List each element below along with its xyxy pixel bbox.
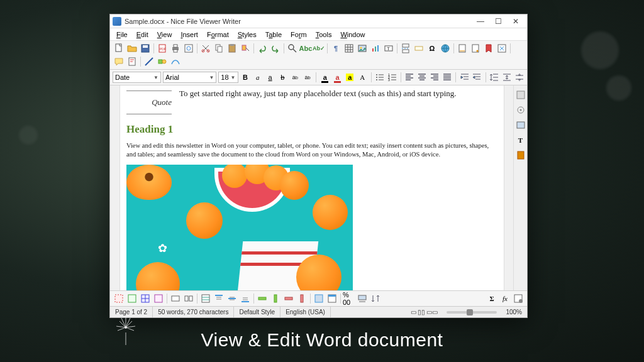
select-table-button[interactable]	[313, 292, 325, 305]
table-properties-button[interactable]	[512, 292, 525, 305]
vertical-ruler[interactable]	[110, 85, 120, 290]
sort-button[interactable]	[369, 292, 382, 305]
status-style[interactable]: Default Style	[234, 307, 280, 317]
font-color-button[interactable]: a	[332, 71, 343, 84]
italic-button[interactable]: a	[252, 71, 263, 84]
print-button[interactable]	[169, 42, 182, 55]
navigator-panel-button[interactable]: T	[515, 134, 526, 146]
view-multi-icon[interactable]: ▯▯	[418, 309, 425, 315]
spellcheck-auto-button[interactable]: Ab✓	[313, 42, 325, 55]
delete-row-button[interactable]	[282, 292, 295, 305]
table-border-outer[interactable]	[152, 292, 165, 305]
redo-button[interactable]	[269, 42, 282, 55]
styles-panel-button[interactable]	[515, 104, 526, 116]
menu-form[interactable]: Form	[287, 30, 311, 40]
document-image[interactable]: ✿	[126, 165, 353, 290]
menu-insert[interactable]: Insert	[177, 30, 202, 40]
export-pdf-button[interactable]: PDF	[156, 42, 169, 55]
zoom-label[interactable]: 100%	[501, 307, 527, 317]
line-button[interactable]	[143, 55, 155, 68]
align-right-button[interactable]	[430, 71, 440, 84]
insert-field-button[interactable]	[413, 42, 425, 55]
split-cells-button[interactable]	[182, 292, 195, 305]
autoformat-button[interactable]	[326, 292, 338, 305]
font-name-combo[interactable]: Arial▼	[163, 72, 216, 83]
page-panel-button[interactable]	[515, 150, 526, 161]
insert-hyperlink-button[interactable]	[439, 42, 452, 55]
insert-endnote-button[interactable]	[469, 42, 482, 55]
insert-image-button[interactable]	[356, 42, 369, 55]
highlight-button[interactable]: a	[345, 71, 355, 84]
titlebar[interactable]: Sample.docx - Nice File Viewer Writer ― …	[110, 14, 527, 28]
align-justify-button[interactable]	[441, 71, 452, 84]
insert-textbox-button[interactable]: T	[382, 42, 395, 55]
insert-col-button[interactable]	[269, 292, 282, 305]
track-changes-button[interactable]	[126, 55, 138, 68]
increase-spacing-button[interactable]	[501, 71, 512, 84]
copy-button[interactable]	[213, 42, 225, 55]
increase-indent-button[interactable]	[459, 71, 470, 84]
decrease-indent-button[interactable]	[472, 71, 482, 84]
underline-button[interactable]: a	[265, 71, 275, 84]
table-border-none[interactable]	[113, 292, 125, 305]
menu-edit[interactable]: Edit	[133, 30, 152, 40]
new-doc-button[interactable]	[113, 42, 125, 55]
valign-bottom-button[interactable]	[239, 292, 252, 305]
view-single-icon[interactable]: ▭	[411, 309, 416, 315]
align-center-button[interactable]	[417, 71, 428, 84]
table-border-all[interactable]	[139, 292, 152, 305]
menu-window[interactable]: Window	[336, 30, 369, 40]
heading-1[interactable]: Heading 1	[126, 122, 497, 138]
font-size-combo[interactable]: 18▼	[218, 72, 238, 83]
body-paragraph[interactable]: View and edit this newsletter in Word on…	[126, 141, 497, 160]
status-language[interactable]: English (USA)	[280, 307, 331, 317]
menu-table[interactable]: Table	[262, 30, 286, 40]
insert-pagebreak-button[interactable]	[399, 42, 412, 55]
close-button[interactable]: ✕	[507, 15, 525, 28]
decrease-spacing-button[interactable]	[514, 71, 525, 84]
superscript-button[interactable]: ab	[290, 71, 301, 84]
merge-cells-button[interactable]	[169, 292, 182, 305]
delete-col-button[interactable]	[296, 292, 308, 305]
properties-panel-button[interactable]	[515, 89, 526, 101]
char-bg-button[interactable]: A	[357, 71, 368, 84]
insert-bookmark-button[interactable]	[482, 42, 495, 55]
spellcheck-button[interactable]: Abc	[299, 42, 312, 55]
bold-button[interactable]: B	[240, 71, 251, 84]
find-button[interactable]	[286, 42, 299, 55]
menu-format[interactable]: Format	[203, 30, 233, 40]
vertical-scrollbar[interactable]	[504, 85, 513, 290]
insert-row-button[interactable]	[256, 292, 269, 305]
number-format-button[interactable]: % 00	[343, 292, 355, 305]
paste-button[interactable]	[226, 42, 238, 55]
insert-chart-button[interactable]	[369, 42, 382, 55]
menu-view[interactable]: View	[153, 30, 176, 40]
zoom-slider[interactable]	[447, 311, 497, 314]
save-button[interactable]	[139, 42, 152, 55]
minimize-button[interactable]: ―	[472, 15, 489, 28]
menu-file[interactable]: File	[113, 30, 131, 40]
caption-button[interactable]	[356, 292, 369, 305]
paragraph-style-combo[interactable]: Date▼	[113, 72, 161, 83]
valign-center-button[interactable]	[226, 292, 238, 305]
insert-comment-button[interactable]	[113, 55, 125, 68]
gallery-panel-button[interactable]	[515, 119, 526, 131]
menu-styles[interactable]: Styles	[234, 30, 260, 40]
maximize-button[interactable]: ☐	[489, 15, 507, 28]
table-border-box[interactable]	[126, 292, 138, 305]
nonprinting-button[interactable]: ¶	[330, 42, 342, 55]
print-preview-button[interactable]	[182, 42, 195, 55]
insert-special-char-button[interactable]: Ω	[426, 42, 438, 55]
document-area[interactable]: Quote To get started right away, just ta…	[120, 85, 504, 290]
align-left-button[interactable]	[404, 71, 415, 84]
draw-functions-button[interactable]	[169, 55, 182, 68]
intro-paragraph[interactable]: To get started right away, just tap any …	[126, 88, 497, 100]
cut-button[interactable]	[199, 42, 212, 55]
subscript-button[interactable]: ab	[303, 71, 313, 84]
menu-tools[interactable]: Tools	[312, 30, 336, 40]
insert-cross-reference-button[interactable]	[496, 42, 508, 55]
sum-button[interactable]: Σ	[486, 292, 498, 305]
strikethrough-button[interactable]: b	[277, 71, 288, 84]
valign-top-button[interactable]	[213, 292, 225, 305]
open-button[interactable]	[126, 42, 138, 55]
